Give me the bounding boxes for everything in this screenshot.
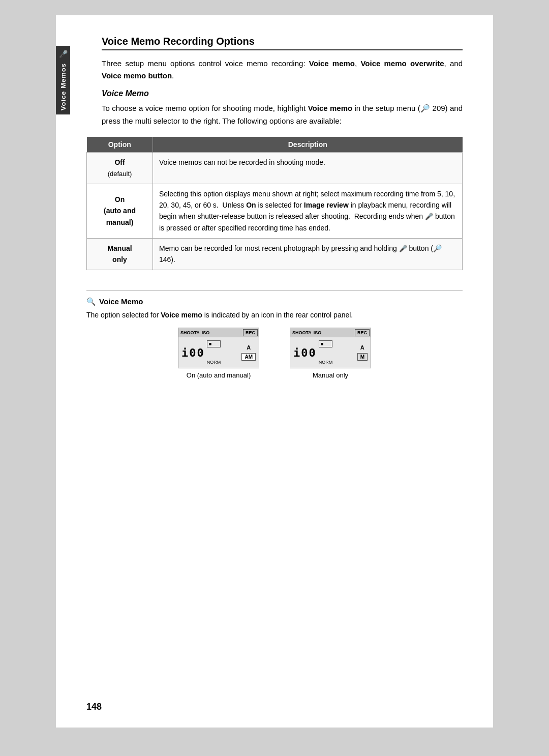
panel-auto-topbar: SHOOTA ISO A REC: [178, 328, 259, 337]
side-tab-label: Voice Memos: [59, 63, 67, 110]
panel-auto-digits: i00: [181, 346, 205, 359]
description-off: Voice memos can not be recorded in shoot…: [153, 152, 463, 184]
body-text: To choose a voice memo option for shooti…: [102, 102, 463, 128]
panel-auto-group: SHOOTA ISO A REC i00 ■ NORM A AM: [178, 328, 259, 379]
side-tab: 🎤 Voice Memos: [56, 46, 70, 114]
footer-note-text: The option selected for Voice memo is in…: [86, 309, 463, 321]
panel-auto-side: ■ NORM: [207, 339, 221, 366]
panel-manual-digits: i00: [293, 346, 317, 359]
subsection-title: Voice Memo: [102, 89, 463, 98]
intro-paragraph: Three setup menu options control voice m…: [102, 57, 463, 82]
description-on: Selecting this option displays menu show…: [153, 184, 463, 238]
note-icon: 🔍: [86, 297, 96, 306]
display-panels: SHOOTA ISO A REC i00 ■ NORM A AM: [86, 328, 463, 379]
panel-manual-main: i00 ■ NORM A M: [290, 337, 371, 368]
panel-manual-side: ■ NORM: [319, 339, 333, 366]
option-manual: Manualonly: [87, 238, 153, 270]
page-number: 148: [86, 702, 102, 712]
panel-auto-main: i00 ■ NORM A AM: [178, 337, 259, 368]
panel-manual-topbar: SHOOTA ISO A REC: [290, 328, 371, 337]
table-header-description: Description: [153, 137, 463, 153]
panel-manual-m-indicator: M: [357, 353, 368, 361]
panel-manual-group: SHOOTA ISO A REC i00 ■ NORM A M: [290, 328, 371, 379]
table-header-option: Option: [87, 137, 153, 153]
table-row: Off(default) Voice memos can not be reco…: [87, 152, 463, 184]
panel-manual: SHOOTA ISO A REC i00 ■ NORM A M: [290, 328, 371, 368]
panel-auto-am-indicator: AM: [241, 353, 256, 361]
description-manual: Memo can be recorded for most recent pho…: [153, 238, 463, 270]
page: 🎤 Voice Memos Voice Memo Recording Optio…: [56, 15, 493, 728]
panel-manual-label: Manual only: [313, 371, 348, 379]
panel-auto-label: On (auto and manual): [187, 371, 251, 379]
option-on: On(auto andmanual): [87, 184, 153, 238]
table-row: Manualonly Memo can be recorded for most…: [87, 238, 463, 270]
note-title-text: Voice Memo: [99, 297, 143, 306]
footer-note-title: 🔍 Voice Memo: [86, 297, 463, 306]
voice-memo-icon: 🎤: [59, 50, 68, 58]
footer-note: 🔍 Voice Memo The option selected for Voi…: [86, 290, 463, 379]
option-off: Off(default): [87, 152, 153, 184]
table-row: On(auto andmanual) Selecting this option…: [87, 184, 463, 238]
panel-auto: SHOOTA ISO A REC i00 ■ NORM A AM: [178, 328, 259, 368]
options-table: Option Description Off(default) Voice me…: [86, 137, 463, 270]
section-title: Voice Memo Recording Options: [102, 36, 463, 50]
